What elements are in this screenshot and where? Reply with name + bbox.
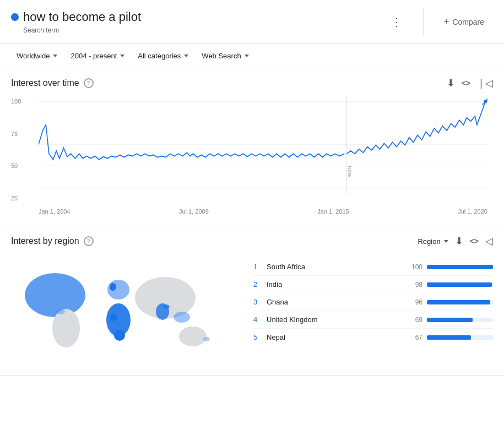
svg-point-21: [179, 326, 207, 346]
section-actions-region: Region ⬇ <> ◁: [418, 235, 493, 247]
section-title-region: Interest by region ?: [11, 236, 94, 246]
table-row: 2 India 98: [253, 276, 493, 293]
table-row: 5 Nepal 67: [253, 329, 493, 346]
x-label-2009: Jul 1, 2009: [179, 208, 209, 215]
y-label-100: 100: [11, 98, 21, 105]
svg-point-23: [174, 312, 190, 323]
search-type-label: Web Search: [202, 52, 241, 60]
section-actions-time: ⬇ <> ❘◁: [447, 77, 493, 89]
blue-dot-icon: [11, 13, 19, 21]
rank-number: 1: [253, 263, 267, 271]
location-filter-label: Worldwide: [17, 52, 50, 60]
share-region-icon[interactable]: ◁: [485, 235, 493, 247]
rank-country-name: United Kingdom: [267, 315, 405, 324]
section-header-region: Interest by region ? Region ⬇ <> ◁: [11, 235, 493, 247]
rank-bar-background: [427, 282, 493, 287]
rank-number: 3: [253, 298, 267, 306]
rank-value: 69: [405, 316, 422, 324]
x-label-2015: Jan 1, 2015: [317, 208, 349, 215]
rank-bar-fill: [427, 335, 471, 340]
rank-number: 2: [253, 280, 267, 289]
rank-value: 100: [405, 263, 422, 271]
download-icon[interactable]: ⬇: [447, 77, 455, 89]
filter-bar: Worldwide 2004 - present All categories …: [0, 44, 504, 68]
rank-country-name: India: [267, 280, 405, 289]
region-chevron-icon: [444, 240, 448, 243]
plus-icon: +: [443, 16, 449, 28]
rank-value: 67: [405, 334, 422, 341]
svg-point-18: [163, 304, 170, 309]
rank-bar-background: [427, 318, 493, 322]
rank-value: 96: [405, 298, 422, 306]
rank-bar-fill: [427, 318, 473, 322]
location-filter[interactable]: Worldwide: [11, 48, 63, 63]
category-chevron-icon: [184, 55, 188, 57]
rank-bar-background: [427, 335, 493, 340]
search-term-text: how to become a pilot: [23, 10, 141, 24]
rankings-area: 1 South Africa 100 2 India 98 3 Ghana 96: [253, 254, 493, 346]
search-type-filter[interactable]: Web Search: [196, 48, 254, 63]
y-axis-labels: 100 75 50 25: [11, 96, 21, 204]
svg-point-15: [110, 283, 116, 291]
table-row: 4 United Kingdom 69: [253, 311, 493, 329]
svg-point-24: [56, 309, 65, 314]
code-icon[interactable]: <>: [462, 79, 470, 88]
x-label-2004: Jan 1, 2004: [39, 208, 71, 215]
page-header: how to become a pilot Search term ⋮ + Co…: [0, 0, 504, 44]
svg-text:Note: Note: [347, 166, 352, 177]
download-region-icon[interactable]: ⬇: [455, 235, 463, 247]
search-type-chevron-icon: [245, 55, 249, 57]
rank-value: 98: [405, 281, 422, 289]
rank-number: 5: [253, 333, 267, 341]
svg-point-22: [203, 337, 210, 341]
region-content: 1 South Africa 100 2 India 98 3 Ghana 96: [11, 254, 493, 364]
rank-bar-background: [427, 265, 493, 269]
location-chevron-icon: [53, 55, 57, 57]
svg-point-11: [25, 273, 85, 317]
time-filter-label: 2004 - present: [71, 52, 117, 60]
rank-bar-fill: [427, 300, 490, 304]
rank-country-name: South Africa: [267, 263, 405, 271]
section-header-time: Interest over time ? ⬇ <> ❘◁: [11, 77, 493, 89]
time-series-chart: Note: [39, 96, 487, 206]
header-divider: [423, 8, 424, 36]
region-filter-label: Region: [418, 237, 440, 246]
y-label-50: 50: [11, 162, 21, 169]
rank-bar-fill: [427, 282, 492, 287]
code-region-icon[interactable]: <>: [470, 237, 479, 246]
rank-country-name: Nepal: [267, 333, 405, 341]
rank-bar-fill: [427, 265, 493, 269]
more-options-icon[interactable]: ⋮: [387, 11, 407, 33]
share-icon[interactable]: ❘◁: [477, 77, 493, 89]
section-title-time: Interest over time ?: [11, 78, 94, 88]
y-label-25: 25: [11, 195, 21, 202]
rank-bar-background: [427, 300, 493, 304]
svg-point-19: [110, 313, 117, 321]
compare-label: Compare: [452, 18, 484, 26]
interest-by-region-section: Interest by region ? Region ⬇ <> ◁: [0, 226, 504, 375]
help-icon-time[interactable]: ?: [84, 78, 94, 88]
section-title-time-label: Interest over time: [11, 78, 79, 88]
search-term-block: how to become a pilot Search term: [11, 10, 387, 34]
time-chevron-icon: [120, 55, 124, 57]
interest-over-time-section: Interest over time ? ⬇ <> ❘◁ 100 75 50 2…: [0, 68, 504, 226]
table-row: 1 South Africa 100: [253, 258, 493, 276]
compare-button[interactable]: + Compare: [435, 12, 493, 32]
rank-number: 4: [253, 315, 267, 324]
y-label-75: 75: [11, 130, 21, 137]
help-icon-region[interactable]: ?: [84, 236, 94, 246]
section-title-region-label: Interest by region: [11, 236, 79, 246]
svg-point-12: [52, 309, 80, 347]
category-filter[interactable]: All categories: [132, 48, 194, 63]
x-axis-labels: Jan 1, 2004 Jul 1, 2009 Jan 1, 2015 Jul …: [33, 206, 493, 215]
table-row: 3 Ghana 96: [253, 293, 493, 311]
search-term-title: how to become a pilot: [11, 10, 376, 24]
category-filter-label: All categories: [138, 52, 181, 60]
region-filter-dropdown[interactable]: Region: [418, 237, 448, 246]
world-map: [11, 254, 242, 364]
time-filter[interactable]: 2004 - present: [65, 48, 130, 63]
x-label-2020: Jul 1, 2020: [458, 208, 487, 215]
search-term-label: Search term: [11, 26, 376, 34]
rank-country-name: Ghana: [267, 298, 405, 306]
svg-point-20: [114, 330, 125, 341]
